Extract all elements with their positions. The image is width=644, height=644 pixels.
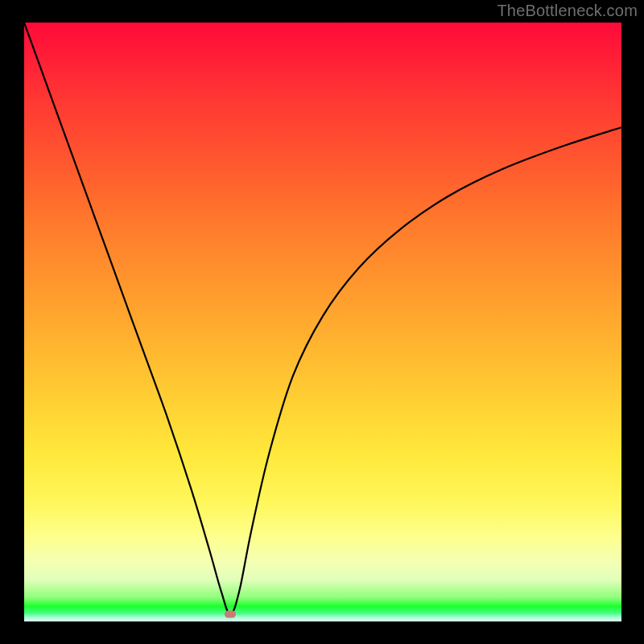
- watermark-text: TheBottleneck.com: [497, 2, 638, 20]
- plot-area: [24, 23, 621, 621]
- minimum-marker: [225, 611, 236, 618]
- chart-frame: TheBottleneck.com: [0, 0, 644, 644]
- bottleneck-curve: [24, 23, 621, 621]
